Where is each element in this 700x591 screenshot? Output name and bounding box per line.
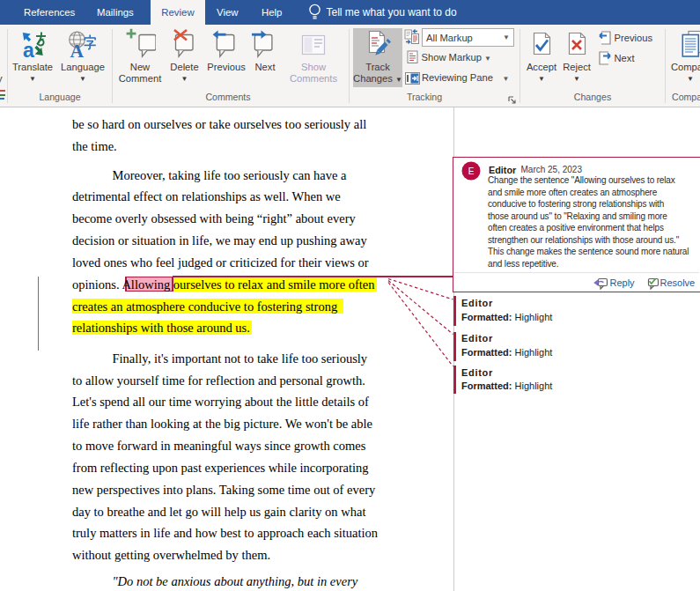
svg-text:E: E bbox=[468, 166, 475, 176]
